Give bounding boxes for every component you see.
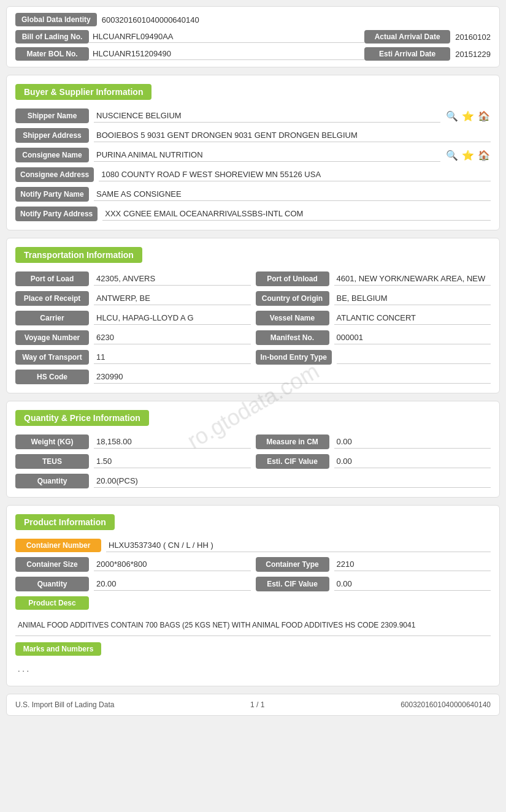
manifest-col: Manifest No. 000001 [256, 330, 491, 345]
measure-label: Measure in CM [256, 434, 329, 449]
measure-col: Measure in CM 0.00 [256, 434, 491, 449]
buyer-supplier-card: Buyer & Supplier Information Shipper Nam… [6, 75, 500, 230]
hs-code-value: 230990 [94, 370, 491, 384]
footer-left: U.S. Import Bill of Lading Data [15, 700, 114, 709]
page-wrapper: ro.gtodata.com Global Data Identity 6003… [0, 0, 506, 722]
carrier-label: Carrier [15, 311, 89, 325]
container-type-col: Container Type 2210 [256, 557, 491, 572]
marks-value: . . . [15, 661, 491, 677]
vessel-col: Vessel Name ATLANTIC CONCERT [256, 311, 491, 325]
footer-right: 6003201601040000640140 [401, 700, 491, 709]
container-size-col: Container Size 2000*806*800 [15, 557, 251, 572]
teus-cif-row: TEUS 1.50 Esti. CIF Value 0.00 [15, 454, 491, 469]
notify-name-label: Notify Party Name [15, 187, 89, 202]
shipper-address-label: Shipper Address [15, 128, 89, 143]
container-type-label: Container Type [256, 557, 329, 572]
voyage-number-value: 6230 [94, 331, 251, 344]
voyage-col: Voyage Number 6230 [15, 330, 251, 345]
consignee-name-row: Consignee Name PURINA ANIMAL NUTRITION 🔍… [15, 148, 491, 162]
consignee-star-icon[interactable]: ⭐ [461, 148, 475, 162]
master-bol-value: HLCUANR151209490 [89, 48, 364, 60]
esti-cif-col: Esti. CIF Value 0.00 [256, 454, 491, 469]
manifest-no-value: 000001 [334, 331, 491, 344]
consignee-name-value: PURINA ANIMAL NUTRITION [94, 148, 440, 162]
quantity-label: Quantity [15, 474, 89, 488]
bol-value: HLCUANRFL09490AA [89, 31, 364, 43]
quantity-price-title: Quantity & Price Information [15, 410, 149, 426]
esti-arrival-value: 20151229 [450, 50, 491, 59]
port-unload-col: Port of Unload 4601, NEW YORK/NEWARK ARE… [256, 271, 491, 286]
shipper-search-icon[interactable]: 🔍 [445, 109, 459, 123]
master-bol-row: Mater BOL No. HLCUANR151209490 Esti Arri… [15, 47, 491, 61]
shipper-address-value: BOOIEBOS 5 9031 GENT DRONGEN 9031 GENT D… [94, 129, 491, 142]
in-bond-label: In-bond Entry Type [256, 350, 332, 365]
transportation-title: Transportation Information [15, 247, 142, 263]
product-cif-col: Esti. CIF Value 0.00 [256, 577, 491, 591]
measure-value: 0.00 [334, 435, 491, 449]
bol-label: Bill of Lading No. [15, 30, 89, 44]
country-origin-col: Country of Origin BE, BELGIUM [256, 291, 491, 306]
way-transport-label: Way of Transport [15, 350, 89, 365]
global-data-row: Global Data Identity 6003201601040000640… [15, 13, 491, 26]
voyage-number-label: Voyage Number [15, 330, 89, 345]
product-qty-col: Quantity 20.00 [15, 577, 251, 591]
way-transport-col: Way of Transport 11 [15, 350, 251, 365]
way-transport-value: 11 [94, 351, 251, 364]
container-size-label: Container Size [15, 557, 89, 572]
product-title: Product Information [15, 514, 115, 530]
shipper-address-row: Shipper Address BOOIEBOS 5 9031 GENT DRO… [15, 128, 491, 143]
weight-value: 18,158.00 [94, 435, 251, 449]
product-card: Product Information Container Number HLX… [6, 505, 500, 686]
notify-name-row: Notify Party Name SAME AS CONSIGNEE [15, 187, 491, 202]
product-qty-cif-row: Quantity 20.00 Esti. CIF Value 0.00 [15, 577, 491, 591]
global-data-label: Global Data Identity [15, 13, 97, 26]
notify-address-value: XXX CGNEE EMAIL OCEANARRIVALSSBS-INTL CO… [102, 207, 491, 221]
port-unload-value: 4601, NEW YORK/NEWARK AREA, NEW [334, 272, 491, 286]
teus-col: TEUS 1.50 [15, 454, 251, 469]
consignee-search-icon[interactable]: 🔍 [445, 148, 459, 162]
carrier-vessel-row: Carrier HLCU, HAPAG-LLOYD A G Vessel Nam… [15, 311, 491, 325]
carrier-col: Carrier HLCU, HAPAG-LLOYD A G [15, 311, 251, 325]
shipper-name-label: Shipper Name [15, 108, 89, 123]
actual-arrival-value: 20160102 [450, 32, 491, 42]
way-inbond-row: Way of Transport 11 In-bond Entry Type [15, 350, 491, 365]
actual-arrival-label: Actual Arrival Date [364, 30, 450, 44]
container-type-value: 2210 [334, 558, 491, 571]
shipper-star-icon[interactable]: ⭐ [461, 109, 475, 123]
product-esti-cif-label: Esti. CIF Value [256, 577, 329, 591]
quantity-row: Quantity 20.00(PCS) [15, 474, 491, 488]
consignee-icons: 🔍 ⭐ 🏠 [445, 148, 491, 162]
shipper-icons: 🔍 ⭐ 🏠 [445, 109, 491, 123]
esti-cif-value: 0.00 [334, 455, 491, 468]
product-desc-label: Product Desc [15, 596, 89, 610]
global-data-value: 6003201601040000640140 [97, 15, 199, 25]
place-receipt-value: ANTWERP, BE [94, 292, 251, 305]
port-row: Port of Load 42305, ANVERS Port of Unloa… [15, 271, 491, 286]
receipt-origin-row: Place of Receipt ANTWERP, BE Country of … [15, 291, 491, 306]
country-origin-label: Country of Origin [256, 291, 329, 306]
consignee-address-row: Consignee Address 1080 COUNTY ROAD F WES… [15, 167, 491, 182]
in-bond-col: In-bond Entry Type [256, 350, 491, 365]
teus-value: 1.50 [94, 455, 251, 468]
master-bol-label: Mater BOL No. [15, 47, 89, 61]
product-quantity-label: Quantity [15, 577, 89, 591]
vessel-name-value: ATLANTIC CONCERT [334, 311, 491, 325]
product-esti-cif-value: 0.00 [334, 577, 491, 591]
container-number-row: Container Number HLXU3537340 ( CN / L / … [15, 539, 491, 552]
country-origin-value: BE, BELGIUM [334, 292, 491, 305]
consignee-home-icon[interactable]: 🏠 [477, 148, 491, 162]
consignee-name-label: Consignee Name [15, 148, 89, 162]
footer: U.S. Import Bill of Lading Data 1 / 1 60… [6, 694, 500, 716]
teus-label: TEUS [15, 454, 89, 469]
carrier-value: HLCU, HAPAG-LLOYD A G [94, 311, 251, 325]
manifest-no-label: Manifest No. [256, 330, 329, 345]
notify-name-value: SAME AS CONSIGNEE [94, 188, 491, 201]
quantity-value: 20.00(PCS) [94, 474, 491, 488]
weight-col: Weight (KG) 18,158.00 [15, 434, 251, 449]
shipper-name-value: NUSCIENCE BELGIUM [94, 109, 440, 123]
shipper-home-icon[interactable]: 🏠 [477, 109, 491, 123]
place-receipt-col: Place of Receipt ANTWERP, BE [15, 291, 251, 306]
in-bond-value [337, 351, 491, 364]
esti-arrival-label: Esti Arrival Date [364, 47, 450, 61]
identity-card: Global Data Identity 6003201601040000640… [6, 6, 500, 67]
